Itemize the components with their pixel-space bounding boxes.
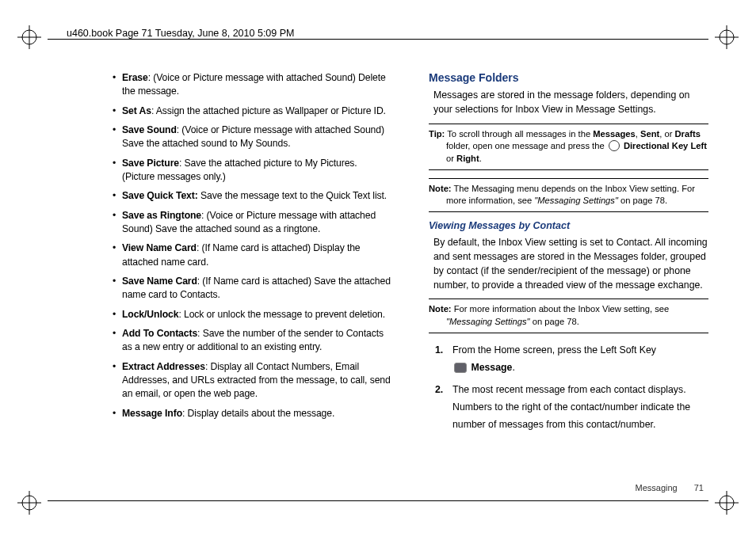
text: on page 78.: [530, 317, 579, 326]
right-column: Message Folders Messages are stored in t…: [422, 71, 708, 496]
list-item: Add To Contacts: Save the number of the …: [122, 327, 391, 355]
term: Save as Ringtone: [122, 210, 201, 221]
section-heading: Message Folders: [429, 71, 708, 84]
steps-list: From the Home screen, press the Left Sof…: [429, 341, 708, 434]
text: The most recent message from each contac…: [452, 384, 690, 430]
navigation-ring-icon: [609, 140, 620, 151]
soft-key-icon: [454, 363, 467, 373]
note-block: Note: For more information about the Inb…: [429, 299, 708, 333]
text: To scroll through all messages in the: [445, 129, 593, 139]
subsection-heading: Viewing Messages by Contact: [429, 220, 708, 231]
list-item: Save Picture: Save the attached picture …: [122, 157, 391, 184]
crop-mark-tl: [17, 25, 41, 49]
section-name: Messaging: [635, 483, 677, 492]
term: Message Info: [122, 408, 182, 419]
term: Save Name Card: [122, 276, 197, 287]
list-item: Message Info: Display details about the …: [122, 407, 391, 420]
step-item: The most recent message from each contac…: [452, 381, 708, 433]
desc: : Assign the attached picture as Wallpap…: [151, 105, 386, 116]
term: Set As: [122, 105, 151, 116]
note-label: Note:: [429, 184, 452, 193]
term: Save Sound: [122, 124, 177, 135]
text: folder, open one message and press the: [446, 141, 607, 150]
text: on page 78.: [618, 196, 667, 205]
note-label: Note:: [429, 304, 452, 314]
cross-ref: "Messaging Settings": [446, 317, 530, 326]
desc: : (Voice or Picture message with attache…: [122, 72, 386, 97]
left-column: Erase: (Voice or Picture message with at…: [111, 71, 397, 496]
bold: Sent: [640, 129, 659, 139]
crop-mark-bl: [17, 491, 41, 515]
list-item: Extract Addresses: Display all Contact N…: [122, 360, 391, 401]
bold: Drafts: [675, 129, 701, 139]
text: From the Home screen, press the Left Sof…: [452, 344, 656, 356]
term: View Name Card: [122, 242, 197, 253]
bold: Directional Key Left: [624, 141, 707, 150]
body-paragraph: By default, the Inbox View setting is se…: [429, 236, 708, 292]
text: For more information about the Inbox Vie…: [452, 304, 670, 314]
note-block: Note: The Messaging menu depends on the …: [429, 178, 708, 212]
desc: Save the message text to the Quick Text …: [198, 190, 387, 201]
tip-label: Tip:: [429, 129, 445, 139]
term: Save Picture: [122, 158, 179, 169]
crop-mark-tr: [715, 25, 739, 49]
framemaker-header: u460.book Page 71 Tuesday, June 8, 2010 …: [63, 28, 297, 39]
page-footer: Messaging 71: [635, 483, 704, 492]
term: Erase: [122, 72, 148, 83]
page-number: 71: [694, 483, 704, 492]
desc: : Display details about the message.: [182, 408, 334, 419]
term: Lock/Unlock: [122, 309, 178, 320]
cross-ref: "Messaging Settings": [534, 196, 618, 205]
list-item: View Name Card: (If Name card is attache…: [122, 241, 391, 269]
intro-paragraph: Messages are stored in the message folde…: [429, 89, 708, 117]
bold: Right: [456, 154, 479, 163]
desc: : Lock or unlock the message to prevent …: [178, 309, 385, 320]
list-item: Save Name Card: (If Name card is attache…: [122, 275, 391, 302]
list-item: Save Quick Text: Save the message text t…: [122, 189, 391, 203]
bold: Message: [471, 362, 512, 373]
list-item: Set As: Assign the attached picture as W…: [122, 105, 391, 118]
text: , or: [659, 129, 674, 139]
list-item: Save as Ringtone: (Voice or Picture mess…: [122, 209, 391, 237]
term: Save Quick Text:: [122, 190, 198, 201]
list-item: Lock/Unlock: Lock or unlock the message …: [122, 308, 391, 321]
term: Add To Contacts: [122, 328, 197, 339]
crop-mark-br: [715, 491, 739, 515]
tip-block: Tip: To scroll through all messages in t…: [429, 124, 708, 170]
step-item: From the Home screen, press the Left Sof…: [452, 341, 708, 376]
frame-border-top: [48, 39, 708, 40]
bold: Messages: [593, 129, 636, 139]
options-list: Erase: (Voice or Picture message with at…: [111, 71, 391, 420]
text: .: [479, 154, 482, 163]
text: or: [446, 154, 456, 163]
page-content: Erase: (Voice or Picture message with at…: [111, 71, 708, 496]
text: .: [512, 362, 514, 373]
term: Extract Addresses: [122, 361, 205, 372]
list-item: Erase: (Voice or Picture message with at…: [122, 71, 391, 99]
frame-border-bottom: [48, 500, 708, 501]
list-item: Save Sound: (Voice or Picture message wi…: [122, 124, 391, 151]
